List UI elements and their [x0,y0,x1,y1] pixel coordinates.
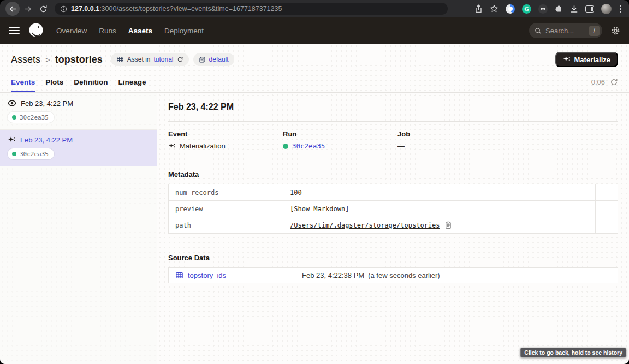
run-id: 30c2ea35 [20,114,49,121]
refresh-timer: 0:06 [591,78,605,86]
summary-event-column: Event Materialization [168,130,283,150]
tab-lineage[interactable]: Lineage [118,75,146,92]
job-value: — [397,142,405,150]
source-data-table: topstory_ids Feb 23, 4:22:38 PM(a few se… [168,267,618,283]
observation-eye-icon [8,99,16,108]
extension-icon-blue[interactable] [506,4,515,14]
breadcrumb-separator: > [45,55,50,64]
browser-forward-button[interactable] [21,2,35,16]
breadcrumb-assets-link[interactable]: Assets [11,54,40,65]
asset-page: Assets>topstories Asset in tutorial [0,44,629,364]
reload-icon [39,5,48,13]
tab-plots[interactable]: Plots [45,75,63,92]
back-button-tooltip: Click to go back, hold to see history [520,348,626,357]
summary-run-column: Run 30c2ea35 [283,130,397,150]
event-list-item-materialization[interactable]: Feb 23, 4:22 PM 30c2ea35 [0,130,157,166]
run-id: 30c2ea35 [20,151,49,158]
event-detail-title: Feb 23, 4:22 PM [168,102,618,112]
search-shortcut-key: / [589,26,600,36]
materialize-sparkle-icon [563,56,571,63]
materialize-button[interactable]: Materialize [555,52,618,67]
bracket-close: ] [345,205,349,213]
reload-location-icon[interactable] [177,56,183,63]
asset-group-link[interactable]: tutorial [154,56,174,63]
forward-arrow-icon [24,5,32,13]
metadata-value: 100 [283,184,596,201]
divider [168,121,618,122]
asset-table-icon [175,271,183,279]
breadcrumb: Assets>topstories [11,54,103,65]
browser-back-button[interactable] [5,2,20,16]
browser-actions: G [474,4,624,14]
metadata-action-cell [596,217,618,234]
glasses-extension-icon[interactable] [538,4,548,14]
browser-reload-button[interactable] [36,2,50,16]
downloads-icon[interactable] [570,5,578,13]
event-list-item-observation[interactable]: Feb 23, 4:22 PM 30c2ea35 [0,93,157,130]
asset-tabs: Events Plots Definition Lineage 0:06 [11,75,618,92]
source-asset-link[interactable]: topstory_ids [188,271,226,279]
run-id-pill[interactable]: 30c2ea35 [8,112,54,123]
search-icon [535,27,542,34]
browser-menu-icon[interactable] [619,5,622,13]
code-location-tag[interactable]: default [193,53,234,66]
url-text: 127.0.0.1:3000/assets/topstories?view=ev… [71,5,282,13]
nav-item-overview[interactable]: Overview [56,27,87,35]
event-timestamp: Feb 23, 4:22 PM [21,99,73,108]
nav-item-assets[interactable]: Assets [128,27,152,35]
metadata-action-cell [596,184,618,201]
table-row: topstory_ids Feb 23, 4:22:38 PM(a few se… [169,268,618,283]
path-link[interactable]: /Users/tim/.dagster/storage/topstories [290,222,440,229]
job-column-label: Job [397,130,618,138]
puzzle-extensions-icon[interactable] [555,5,563,13]
nav-links: Overview Runs Assets Deployment [56,27,204,35]
site-info-icon[interactable] [60,5,67,13]
materialization-sparkle-icon [168,142,176,150]
event-timestamp: Feb 23, 4:22 PM [20,136,73,144]
grammarly-extension-icon[interactable]: G [522,4,531,14]
source-timestamp-note: (a few seconds earlier) [368,271,440,279]
asset-group-tag-prefix: Asset in [127,56,151,63]
event-column-label: Event [168,130,283,138]
asset-group-tag[interactable]: Asset in tutorial [111,53,189,66]
code-location-icon [199,56,206,63]
tab-events[interactable]: Events [11,75,35,92]
nav-item-runs[interactable]: Runs [99,27,116,35]
materialization-sparkle-icon [8,136,16,144]
copy-clipboard-icon[interactable] [444,221,452,229]
settings-gear-icon[interactable] [611,26,620,35]
back-arrow-icon [9,5,17,13]
url-host: 127.0.0.1 [71,5,99,13]
run-status-dot [12,152,16,156]
asset-group-icon [116,56,124,63]
event-detail-panel: Feb 23, 4:22 PM Event Materialization [157,93,629,364]
run-id-link[interactable]: 30c2ea35 [292,142,325,150]
run-id-pill[interactable]: 30c2ea35 [8,148,54,159]
browser-address-bar[interactable]: 127.0.0.1:3000/assets/topstories?view=ev… [55,3,448,15]
share-icon[interactable] [474,4,483,13]
page-title: topstories [55,54,103,65]
table-row: path /Users/tim/.dagster/storage/topstor… [169,217,618,234]
dagster-logo[interactable] [28,22,44,39]
browser-toolbar: 127.0.0.1:3000/assets/topstories?view=ev… [0,0,629,17]
metadata-table: num_records 100 preview [Show Markdown] … [168,184,618,234]
url-path: :3000/assets/topstories?view=events&time… [99,5,282,13]
source-timestamp: Feb 23, 4:22:38 PM [302,271,364,279]
side-panel-icon[interactable] [585,5,594,13]
refresh-icon[interactable] [610,78,618,86]
nav-menu-icon[interactable] [9,27,20,35]
code-location-link[interactable]: default [209,56,229,63]
event-type-value: Materialization [180,142,226,150]
table-row: num_records 100 [169,184,618,201]
metadata-heading: Metadata [168,170,618,178]
summary-job-column: Job — [397,130,618,150]
search-input[interactable]: Search... / [529,23,602,38]
metadata-key: num_records [169,184,283,201]
run-column-label: Run [283,130,397,138]
nav-item-deployment[interactable]: Deployment [164,27,204,35]
metadata-action-cell [596,201,618,217]
tab-definition[interactable]: Definition [74,75,108,92]
browser-profile-avatar[interactable] [601,4,612,14]
bookmark-star-icon[interactable] [490,4,499,13]
show-markdown-link[interactable]: Show Markdown [294,205,345,213]
